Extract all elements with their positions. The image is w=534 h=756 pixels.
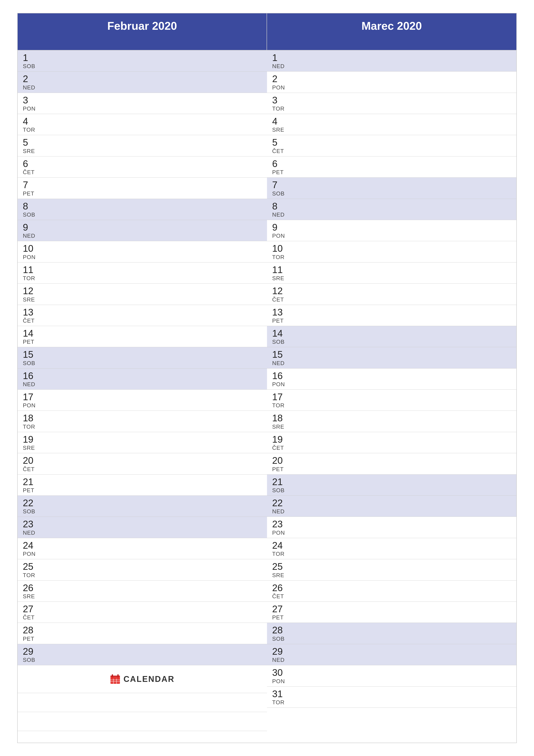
march-column: 1 NED 2 PON 3 TOR 4 SRE 5 ČET 6 PET 7 SO… (267, 50, 516, 742)
february-day-3: 3 PON (18, 93, 267, 114)
day-number: 12 (23, 286, 262, 296)
day-number: 16 (23, 371, 262, 381)
day-name: TOR (272, 254, 511, 260)
day-name: TOR (272, 402, 511, 409)
logo-row: CALENDAR (18, 665, 267, 693)
february-day-22: 22 SOB (18, 496, 267, 517)
logo-text: CALENDAR (123, 675, 174, 684)
february-day-14: 14 PET (18, 326, 267, 347)
day-name: TOR (23, 423, 262, 430)
day-number: 19 (272, 434, 511, 445)
day-name: PON (23, 254, 262, 260)
february-day-24: 24 PON (18, 538, 267, 559)
day-number: 21 (272, 477, 511, 487)
february-day-6: 6 ČET (18, 156, 267, 177)
day-name: PON (272, 529, 511, 536)
day-number: 2 (23, 74, 262, 84)
february-day-11: 11 TOR (18, 262, 267, 284)
day-number: 20 (23, 455, 262, 466)
day-name: TOR (23, 126, 262, 133)
february-day-29: 29 SOB (18, 644, 267, 665)
day-number: 27 (272, 604, 511, 614)
day-name: NED (272, 63, 511, 69)
march-day-2: 2 PON (267, 71, 516, 93)
february-day-7: 7 PET (18, 177, 267, 199)
march-day-28: 28 SOB (267, 623, 516, 644)
day-number: 29 (23, 646, 262, 657)
march-day-10: 10 TOR (267, 241, 516, 262)
calendar-grid: Februar 2020 Marec 2020 1 SOB 2 NED 3 PO… (17, 13, 517, 743)
empty-cell-30 (18, 693, 267, 712)
march-day-1: 1 NED (267, 50, 516, 71)
day-number: 12 (272, 286, 511, 296)
day-number: 31 (272, 689, 511, 699)
march-day-30: 30 PON (267, 665, 516, 687)
day-name: SOB (23, 508, 262, 515)
march-day-16: 16 PON (267, 368, 516, 390)
march-day-26: 26 ČET (267, 580, 516, 602)
february-day-12: 12 SRE (18, 284, 267, 305)
day-name: SRE (23, 593, 262, 600)
day-name: PON (272, 232, 511, 239)
day-name: NED (23, 529, 262, 536)
day-number: 10 (23, 243, 262, 254)
day-name: PON (23, 402, 262, 409)
day-number: 29 (272, 646, 511, 657)
day-name: NED (272, 508, 511, 515)
day-number: 15 (23, 349, 262, 360)
day-number: 14 (23, 328, 262, 338)
march-day-29: 29 NED (267, 644, 516, 665)
march-day-22: 22 NED (267, 496, 516, 517)
day-number: 19 (23, 434, 262, 445)
day-name: SRE (23, 296, 262, 303)
day-name: PET (23, 190, 262, 197)
day-number: 11 (23, 265, 262, 275)
day-number: 9 (23, 222, 262, 232)
day-number: 24 (23, 540, 262, 551)
march-day-4: 4 SRE (267, 114, 516, 135)
day-number: 13 (272, 307, 511, 317)
day-name: SOB (272, 190, 511, 197)
february-day-16: 16 NED (18, 368, 267, 390)
february-day-27: 27 ČET (18, 602, 267, 623)
day-number: 7 (272, 180, 511, 190)
day-number: 20 (272, 455, 511, 466)
march-day-19: 19 ČET (267, 432, 516, 453)
february-day-28: 28 PET (18, 623, 267, 644)
day-number: 25 (272, 561, 511, 572)
day-name: PET (23, 635, 262, 642)
day-name: NED (272, 360, 511, 366)
day-name: SOB (272, 338, 511, 345)
day-name: SOB (23, 657, 262, 663)
day-number: 9 (272, 222, 511, 232)
day-number: 4 (23, 116, 262, 126)
day-number: 17 (23, 392, 262, 402)
day-name: PET (272, 169, 511, 176)
day-number: 28 (272, 625, 511, 635)
day-number: 1 (23, 53, 262, 63)
day-number: 13 (23, 307, 262, 317)
day-number: 14 (272, 328, 511, 338)
day-number: 4 (272, 116, 511, 126)
march-day-17: 17 TOR (267, 390, 516, 411)
day-name: SOB (23, 360, 262, 366)
day-name: SRE (23, 148, 262, 154)
day-number: 11 (272, 265, 511, 275)
day-number: 17 (272, 392, 511, 402)
march-day-3: 3 TOR (267, 93, 516, 114)
day-name: PET (23, 338, 262, 345)
day-name: SRE (272, 275, 511, 282)
day-name: SRE (272, 572, 511, 579)
day-name: SRE (272, 423, 511, 430)
march-day-15: 15 NED (267, 347, 516, 368)
day-name: PET (272, 317, 511, 324)
march-day-27: 27 PET (267, 602, 516, 623)
day-name: TOR (23, 572, 262, 579)
calendar-icon (110, 674, 120, 684)
february-day-2: 2 NED (18, 71, 267, 93)
february-day-18: 18 TOR (18, 411, 267, 432)
february-day-25: 25 TOR (18, 559, 267, 580)
day-number: 7 (23, 180, 262, 190)
day-name: PET (272, 614, 511, 621)
march-day-13: 13 PET (267, 305, 516, 326)
